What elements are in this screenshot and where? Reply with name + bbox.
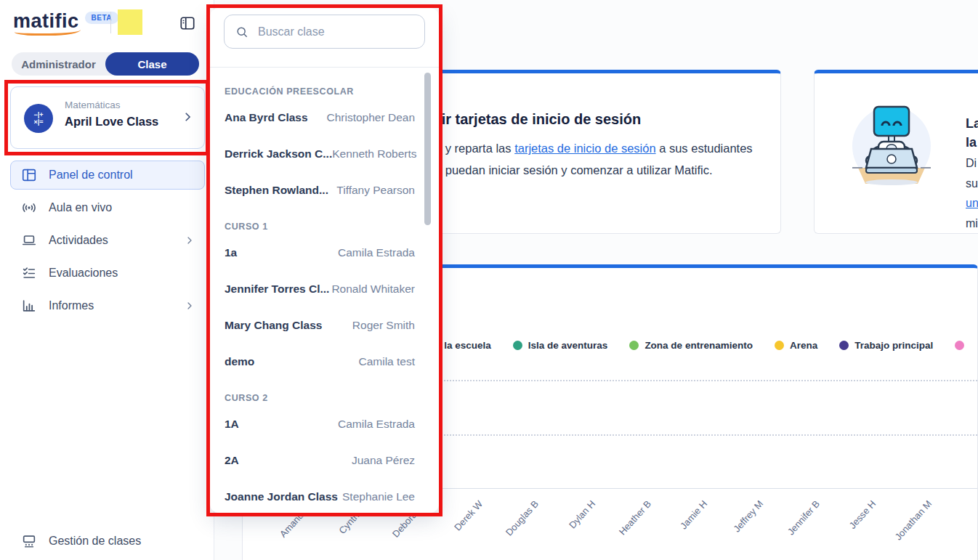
class-list-item[interactable]: Derrick Jackson C...Kenneth Roberts bbox=[225, 136, 415, 172]
class-group-header: CURSO 1 bbox=[225, 219, 415, 235]
chevron-right-icon bbox=[184, 235, 195, 246]
teacher-name: Juana Pérez bbox=[352, 454, 415, 467]
x-axis-label: Heather B bbox=[617, 498, 653, 537]
sidebar-menu: Panel de controlAula en vivoActividadesE… bbox=[10, 161, 205, 324]
class-list-item[interactable]: 2AJuana Pérez bbox=[225, 442, 415, 479]
class-list-item[interactable]: Stephen Rowland...Tiffany Pearson bbox=[225, 172, 415, 208]
chevron-right-icon bbox=[181, 110, 194, 126]
sidebar-item-label: Aula en vivo bbox=[49, 201, 195, 214]
class-list-item[interactable]: demoCamila test bbox=[225, 344, 415, 380]
class-group-header: CURSO 2 bbox=[225, 390, 415, 406]
class-name: 1a bbox=[225, 246, 237, 259]
legend-dot bbox=[775, 341, 784, 350]
classroom-icon bbox=[21, 533, 37, 549]
x-axis-label: Jamie H bbox=[678, 498, 709, 531]
x-axis-label: Jennifer B bbox=[785, 498, 822, 537]
x-axis-label: Dylan H bbox=[567, 498, 597, 530]
robot-card: La la Di su un mi bbox=[814, 70, 978, 234]
class-list-item[interactable]: 1aCamila Estrada bbox=[225, 235, 415, 271]
logo-swoosh bbox=[15, 30, 81, 36]
beta-badge: BETA bbox=[85, 12, 118, 24]
math-subject-icon: −|+×|= bbox=[24, 104, 53, 133]
legend-dot bbox=[629, 341, 639, 350]
teacher-name: Roger Smith bbox=[352, 319, 415, 332]
class-selector-name: April Love Class bbox=[65, 115, 158, 129]
class-name: 1A bbox=[225, 418, 239, 431]
toggle-clase[interactable]: Clase bbox=[105, 52, 199, 76]
login-card-title: tir tarjetas de inicio de sesión bbox=[437, 111, 641, 128]
class-search-box bbox=[224, 15, 425, 49]
class-dropdown-panel: EDUCACIÓN PREESCOLARAna Byrd ClassChrist… bbox=[210, 8, 439, 513]
class-list-item[interactable]: Joanne Jordan ClassStephanie Lee bbox=[225, 479, 415, 513]
class-selector[interactable]: −|+×|= Matemáticas April Love Class bbox=[10, 86, 205, 149]
chart-legend: a la escuelaIsla de aventurasZona de ent… bbox=[436, 340, 964, 351]
class-list-item[interactable]: 1ACamila Estrada bbox=[225, 406, 415, 442]
legend-item[interactable]: a la escuela bbox=[436, 340, 491, 351]
legend-label: a la escuela bbox=[436, 340, 491, 351]
legend-label: Isla de aventuras bbox=[528, 340, 608, 351]
class-name: Stephen Rowland... bbox=[225, 184, 328, 197]
laptop-icon bbox=[21, 232, 37, 248]
sidebar-collapse-icon[interactable] bbox=[179, 15, 196, 31]
teacher-name: Tiffany Pearson bbox=[336, 184, 415, 197]
sidebar-item-informes[interactable]: Informes bbox=[10, 291, 205, 320]
x-axis-label: Jonathan M bbox=[893, 498, 934, 543]
class-list-item[interactable]: Jennifer Torres Cl...Ronald Whitaker bbox=[225, 271, 415, 307]
login-card-body-line2: e puedan iniciar sesión y comenzar a uti… bbox=[435, 163, 713, 176]
scrollbar-thumb[interactable] bbox=[424, 73, 431, 225]
teacher-name: Camila Estrada bbox=[338, 246, 415, 259]
login-card-body: a y reparta las tarjetas de inicio de se… bbox=[435, 137, 753, 181]
sidebar-item-aula-en-vivo[interactable]: Aula en vivo bbox=[10, 193, 205, 222]
sidebar-item-label: Actividades bbox=[49, 234, 184, 247]
sidebar-item-gestion-de-clases[interactable]: Gestión de clases bbox=[10, 527, 205, 556]
class-name: Jennifer Torres Cl... bbox=[225, 283, 329, 296]
legend-dot bbox=[839, 341, 849, 350]
login-card-body-suffix: a sus estudiantes bbox=[656, 142, 753, 155]
class-name: demo bbox=[225, 355, 254, 368]
divider bbox=[110, 12, 111, 33]
robot-card-link[interactable]: un bbox=[966, 197, 978, 209]
role-toggle: Administrador Clase bbox=[12, 52, 199, 76]
legend-item[interactable]: Zona de entrenamiento bbox=[629, 340, 753, 351]
class-name: Derrick Jackson C... bbox=[225, 147, 332, 161]
teacher-name: Camila Estrada bbox=[338, 418, 415, 431]
x-axis-label: Derek W bbox=[452, 498, 485, 533]
class-name: Joanne Jordan Class bbox=[225, 490, 338, 503]
robot-card-body: Di su un mi bbox=[966, 153, 978, 233]
sidebar: matific BETA Administrador Clase −|+×|= … bbox=[0, 0, 214, 560]
legend-item[interactable]: Trabajo principal bbox=[839, 340, 933, 351]
class-name: Mary Chang Class bbox=[225, 319, 322, 332]
legend-dot bbox=[955, 341, 964, 350]
toggle-administrador[interactable]: Administrador bbox=[12, 52, 105, 76]
legend-item[interactable]: Arena bbox=[775, 340, 817, 351]
x-axis-label: Douglas B bbox=[504, 498, 541, 538]
teacher-name: Stephanie Lee bbox=[342, 490, 415, 503]
class-list-item[interactable]: Ana Byrd ClassChristopher Dean bbox=[225, 100, 415, 136]
login-card-body-prefix: a y reparta las bbox=[435, 142, 514, 155]
class-selector-subject: Matemáticas bbox=[65, 100, 121, 110]
live-icon bbox=[21, 200, 37, 216]
legend-item[interactable]: Isla de aventuras bbox=[513, 340, 608, 351]
teacher-name: Ronald Whitaker bbox=[331, 283, 415, 296]
sidebar-item-panel-de-control[interactable]: Panel de control bbox=[10, 161, 205, 190]
x-axis-label: Jeffrey M bbox=[732, 498, 766, 535]
robot-card-title: La la bbox=[966, 114, 978, 152]
search-input[interactable] bbox=[258, 25, 403, 38]
chevron-right-icon bbox=[184, 300, 195, 312]
x-axis-label: Jesse H bbox=[847, 498, 878, 531]
checklist-icon bbox=[21, 265, 37, 281]
class-list-item[interactable]: Mary Chang ClassRoger Smith bbox=[225, 307, 415, 344]
class-list: EDUCACIÓN PREESCOLARAna Byrd ClassChrist… bbox=[225, 73, 415, 513]
search-icon bbox=[235, 25, 249, 39]
class-name: Ana Byrd Class bbox=[225, 111, 308, 124]
sidebar-item-evaluaciones[interactable]: Evaluaciones bbox=[10, 259, 205, 288]
legend-item[interactable] bbox=[955, 341, 964, 350]
sidebar-item-label: Panel de control bbox=[49, 169, 195, 182]
bar-chart-icon bbox=[21, 298, 37, 314]
yellow-redaction-sticker bbox=[118, 9, 142, 35]
divider bbox=[210, 67, 439, 68]
login-cards-link[interactable]: tarjetas de inicio de sesión bbox=[514, 142, 655, 155]
sidebar-item-actividades[interactable]: Actividades bbox=[10, 226, 205, 255]
sidebar-item-label: Informes bbox=[49, 299, 184, 312]
legend-dot bbox=[513, 341, 522, 350]
